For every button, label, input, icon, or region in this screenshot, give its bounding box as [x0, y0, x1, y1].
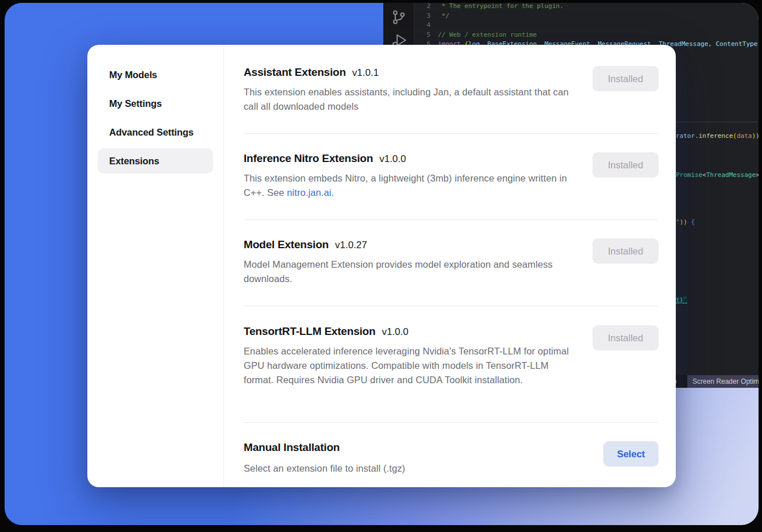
- manual-installation-description: Select an extension file to install (.tg…: [244, 461, 646, 476]
- installed-button[interactable]: Installed: [592, 152, 659, 178]
- code-lines: 2 * The entrypoint for the plugin.3 */45…: [414, 3, 759, 49]
- code-fragment: rator.inference(data));: [676, 132, 759, 141]
- code-line: 3 */: [414, 11, 759, 21]
- screen-reader-status[interactable]: Screen Reader Optimized: [687, 375, 759, 388]
- code-fragment: ")) {: [676, 218, 695, 227]
- code-line: 2 * The entrypoint for the plugin.: [414, 3, 759, 11]
- nitro-jan-ai-link[interactable]: nitro.jan.ai.: [287, 187, 334, 198]
- app-window: 2 * The entrypoint for the plugin.3 */45…: [5, 3, 759, 525]
- code-line: 5// Web / extension runtime: [414, 30, 759, 40]
- extension-description: Model Management Extension provides mode…: [244, 257, 577, 286]
- installed-button[interactable]: Installed: [592, 66, 659, 91]
- installed-button[interactable]: Installed: [592, 325, 659, 350]
- source-control-icon[interactable]: [391, 9, 406, 26]
- extension-row-tensorrt-llm: TensortRT-LLM Extension v1.0.0 Enables a…: [244, 325, 659, 387]
- sidebar-item-advanced-settings[interactable]: Advanced Settings: [98, 119, 213, 145]
- row-divider: [244, 422, 659, 423]
- extension-row-inference-nitro: Inference Nitro Extension v1.0.0 This ex…: [244, 152, 659, 200]
- code-fragment: t}`: [676, 296, 687, 305]
- installed-button[interactable]: Installed: [592, 238, 659, 264]
- extension-name: Inference Nitro Extension: [244, 152, 373, 165]
- extension-version: v1.0.27: [335, 240, 367, 251]
- extension-version: v1.0.1: [352, 67, 379, 79]
- extension-name: Assistant Extension: [244, 66, 346, 79]
- code-fragment: Promise<ThreadMessage>: [676, 171, 759, 180]
- sidebar-item-my-models[interactable]: My Models: [98, 62, 213, 87]
- extension-description: This extension embeds Nitro, a lightweig…: [244, 171, 577, 200]
- row-divider: [244, 219, 659, 220]
- sidebar-item-my-settings[interactable]: My Settings: [98, 91, 213, 116]
- extension-version: v1.0.0: [379, 153, 406, 165]
- select-button[interactable]: Select: [603, 441, 659, 467]
- extension-description: This extension enables assistants, inclu…: [244, 85, 577, 114]
- extensions-panel: Assistant Extension v1.0.1 This extensio…: [224, 45, 676, 487]
- extension-name: Model Extension: [244, 238, 329, 251]
- extension-row-assistant: Assistant Extension v1.0.1 This extensio…: [244, 66, 659, 114]
- extension-description: Enables accelerated inference leveraging…: [244, 344, 577, 387]
- extension-row-model: Model Extension v1.0.27 Model Management…: [244, 238, 659, 286]
- sidebar-item-extensions[interactable]: Extensions: [98, 148, 213, 174]
- manual-installation-title: Manual Installation: [244, 441, 340, 454]
- settings-modal: My Models My Settings Advanced Settings …: [87, 45, 676, 487]
- row-divider: [244, 306, 659, 306]
- code-line: 4: [414, 21, 759, 30]
- extension-name: TensortRT-LLM Extension: [244, 325, 375, 338]
- extension-version: v1.0.0: [382, 326, 408, 338]
- manual-installation-row: Manual Installation Select an extension …: [244, 441, 659, 476]
- settings-sidebar: My Models My Settings Advanced Settings …: [87, 45, 224, 487]
- row-divider: [244, 133, 659, 134]
- editor-divider-line: [676, 122, 759, 122]
